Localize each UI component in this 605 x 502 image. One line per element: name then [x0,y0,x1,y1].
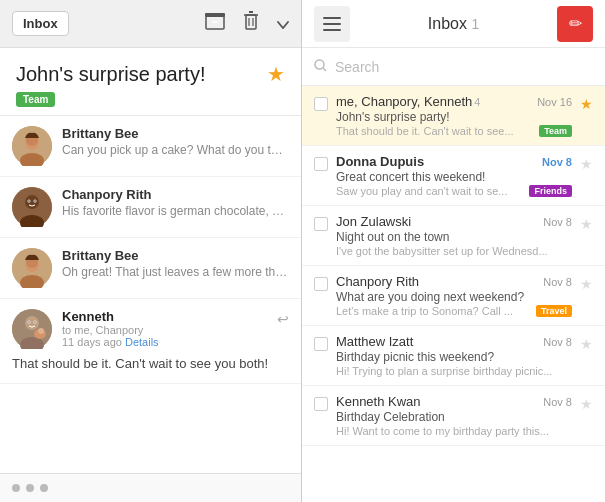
svg-point-28 [28,321,29,322]
inbox-checkbox[interactable] [314,337,328,351]
archive-icon[interactable] [205,12,225,35]
inbox-preview-row: That should be it. Can't wait to see...T… [336,125,572,137]
inbox-date: Nov 8 [543,336,572,348]
inbox-sender: Jon Zulawski [336,214,411,229]
msg-text: Can you pick up a cake? What do you thin… [62,143,289,157]
hamburger-line [323,23,341,25]
inbox-item[interactable]: Chanpory RithNov 8What are you doing nex… [302,266,605,326]
inbox-sender: Chanpory Rith [336,274,419,289]
inbox-date: Nov 8 [543,396,572,408]
inbox-preview: Hi! Trying to plan a surprise birthday p… [336,365,572,377]
inbox-sender: Kenneth Kwan [336,394,421,409]
compose-button[interactable]: ✏ [557,6,593,42]
inbox-date: Nov 8 [543,276,572,288]
inbox-star[interactable]: ★ [580,276,593,292]
inbox-subject: What are you doing next weekend? [336,290,572,304]
hamburger-button[interactable] [314,6,350,42]
msg-content: Brittany Bee Can you pick up a cake? Wha… [62,126,289,157]
inbox-sender: Donna Dupuis [336,154,424,169]
kenneth-sender: Kenneth [62,309,267,324]
avatar-chanpory [12,187,52,227]
inbox-item-content: Kenneth KwanNov 8Birthday CelebrationHi!… [336,394,572,437]
search-bar[interactable]: Search [302,48,605,86]
svg-rect-3 [246,15,256,29]
inbox-checkbox[interactable] [314,157,328,171]
thread-title-area: John's surprise party! ★ Team [0,48,301,116]
compose-area[interactable] [0,473,301,502]
inbox-item-content: me, Chanpory, Kenneth4Nov 16John's surpr… [336,94,572,137]
right-panel-title: Inbox 1 [360,15,547,33]
inbox-checkbox[interactable] [314,397,328,411]
inbox-item[interactable]: Kenneth KwanNov 8Birthday CelebrationHi!… [302,386,605,446]
inbox-star[interactable]: ★ [580,336,593,352]
thread-star-icon[interactable]: ★ [267,62,285,86]
compose-dot-2 [26,484,34,492]
inbox-star[interactable]: ★ [580,96,593,112]
msg-content: Chanpory Rith His favorite flavor is ger… [62,187,289,218]
left-header-icons [205,11,289,36]
inbox-checkbox[interactable] [314,217,328,231]
thread-title: John's surprise party! ★ [16,62,285,86]
thread-title-text: John's surprise party! [16,63,205,86]
inbox-tag: Team [539,125,572,137]
details-link[interactable]: Details [125,336,159,348]
inbox-checkbox[interactable] [314,97,328,111]
msg-text: Oh great! That just leaves a few more th… [62,265,289,279]
inbox-sender: me, Chanpory, Kenneth4 [336,94,480,109]
inbox-star[interactable]: ★ [580,396,593,412]
svg-point-32 [315,60,324,69]
msg-sender: Brittany Bee [62,248,289,263]
inbox-preview-row: Saw you play and can't wait to se...Frie… [336,185,572,197]
inbox-star[interactable]: ★ [580,156,593,172]
search-placeholder: Search [335,59,379,75]
inbox-sender: Matthew Izatt [336,334,413,349]
inbox-item[interactable]: Jon ZulawskiNov 8Night out on the townI'… [302,206,605,266]
inbox-preview: Let's make a trip to Sonoma? Call ... [336,305,532,317]
message-item[interactable]: Brittany Bee Can you pick up a cake? Wha… [0,116,301,177]
inbox-preview-row: Hi! Trying to plan a surprise birthday p… [336,365,572,377]
inbox-subject: Night out on the town [336,230,572,244]
inbox-preview: Saw you play and can't wait to se... [336,185,525,197]
inbox-date: Nov 8 [542,156,572,168]
search-icon [314,59,327,75]
compose-dot-1 [12,484,20,492]
thread-tag[interactable]: Team [16,92,55,107]
inbox-item[interactable]: Donna DupuisNov 8Great concert this week… [302,146,605,206]
compose-dot-3 [40,484,48,492]
inbox-list: me, Chanpory, Kenneth4Nov 16John's surpr… [302,86,605,502]
inbox-subject: Birthday picnic this weekend? [336,350,572,364]
inbox-subject: Birthday Celebration [336,410,572,424]
kenneth-meta: Kenneth to me, Chanpory 11 days ago Deta… [62,309,267,348]
inbox-item-content: Matthew IzattNov 8Birthday picnic this w… [336,334,572,377]
hamburger-line [323,17,341,19]
trash-icon[interactable] [243,11,259,36]
inbox-preview: Hi! Want to come to my birthday party th… [336,425,572,437]
inbox-preview-row: Let's make a trip to Sonoma? Call ...Tra… [336,305,572,317]
svg-point-29 [34,321,35,322]
inbox-date: Nov 8 [543,216,572,228]
inbox-star[interactable]: ★ [580,216,593,232]
avatar-brittany-2 [12,248,52,288]
inbox-tag: Travel [536,305,572,317]
svg-rect-1 [205,13,225,17]
inbox-subject: John's surprise party! [336,110,572,124]
message-item[interactable]: Brittany Bee Oh great! That just leaves … [0,238,301,299]
kenneth-header: Kenneth to me, Chanpory 11 days ago Deta… [12,309,289,349]
reply-icon: ↩ [277,311,289,327]
svg-point-18 [34,200,36,202]
kenneth-message[interactable]: Kenneth to me, Chanpory 11 days ago Deta… [0,299,301,384]
svg-point-13 [25,195,39,209]
inbox-item[interactable]: me, Chanpory, Kenneth4Nov 16John's surpr… [302,86,605,146]
right-header: Inbox 1 ✏ [302,0,605,48]
inbox-item[interactable]: Matthew IzattNov 8Birthday picnic this w… [302,326,605,386]
dropdown-icon[interactable] [277,13,289,34]
msg-content: Brittany Bee Oh great! That just leaves … [62,248,289,279]
kenneth-submeta: to me, Chanpory 11 days ago Details [62,324,267,348]
inbox-checkbox[interactable] [314,277,328,291]
inbox-preview: I've got the babysitter set up for Wedne… [336,245,572,257]
avatar-kenneth [12,309,52,349]
message-item[interactable]: Chanpory Rith His favorite flavor is ger… [0,177,301,238]
msg-text: His favorite flavor is german chocolate,… [62,204,289,218]
inbox-badge[interactable]: Inbox [12,11,69,36]
inbox-item-content: Chanpory RithNov 8What are you doing nex… [336,274,572,317]
